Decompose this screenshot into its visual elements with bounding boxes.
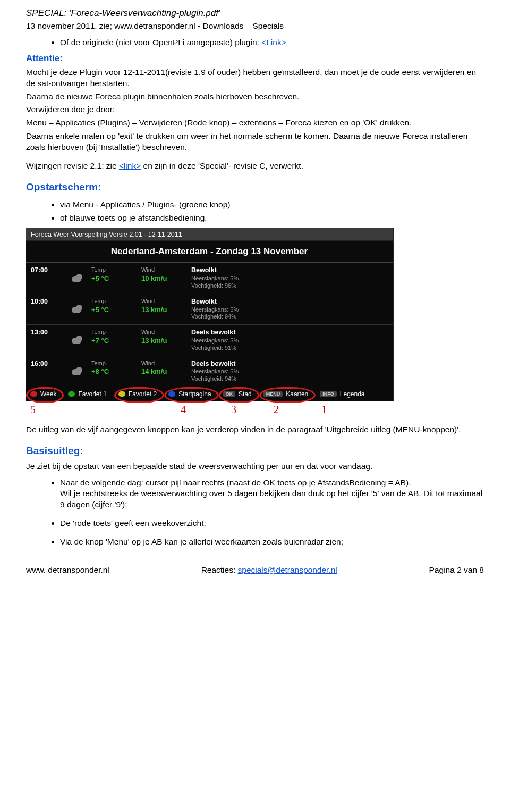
scr-desc-s2: Vochtigheid: 96% (191, 282, 387, 290)
info-key-icon: INFO (320, 391, 337, 397)
attentie-p1b: Daarna de nieuwe Foreca plugin binnenhal… (26, 91, 484, 103)
basis-b1a: Naar de volgende dag: cursor pijl naar r… (60, 478, 411, 487)
scr-row: 16:00 Temp +8 °C Wind 14 km/u Deels bewo… (26, 356, 393, 387)
blue-button-label: Startpagina (178, 390, 211, 398)
foreca-screenshot: Foreca Weer Voorspelling Versie 2.01 - 1… (26, 228, 394, 402)
temp-label: Temp (91, 266, 141, 274)
footer-react: Reacties: specials@detransponder.nl (201, 565, 337, 576)
temp-value: +8 °C (91, 367, 141, 376)
wind-value: 13 km/u (141, 305, 191, 315)
scr-row: 07:00 Temp +5 °C Wind 10 km/u Bewolkt Ne… (26, 263, 393, 294)
scr-temp-col: Temp +7 °C (91, 328, 141, 351)
attentie-block: Attentie: Mocht je deze Plugin voor 12-1… (26, 53, 484, 172)
attentie-p3b: en zijn in deze 'Special'- revisie C, ve… (143, 161, 303, 170)
scr-row: 10:00 Temp +5 °C Wind 13 km/u Bewolkt Ne… (26, 294, 393, 325)
hand-5: 5 (30, 403, 65, 417)
red-dot-icon (30, 391, 37, 397)
attentie-p2a: Verwijderen doe je door: (26, 104, 484, 115)
cloud-icon (64, 266, 91, 289)
ok-key-icon: OK (223, 391, 236, 397)
scr-desc-title: Deels bewolkt (191, 328, 387, 337)
scr-row: 13:00 Temp +7 °C Wind 13 km/u Deels bewo… (26, 325, 393, 356)
revisie-link[interactable]: <link> (119, 161, 141, 170)
wind-value: 13 km/u (141, 336, 191, 346)
scr-desc-s1: Neerslagkans: 5% (191, 337, 387, 345)
opstart-bullets: via Menu - Applicaties / Plugins- (groen… (26, 199, 484, 224)
footer-email-link[interactable]: specials@detransponder.nl (238, 565, 337, 574)
temp-label: Temp (91, 297, 141, 305)
scr-wind-col: Wind 14 km/u (141, 359, 191, 383)
scr-desc-title: Bewolkt (191, 266, 387, 275)
basis-heading: Basisuitleg: (26, 444, 484, 458)
opstart-b1: via Menu - Applicaties / Plugins- (groen… (60, 199, 484, 211)
menu-button-label: Kaarten (286, 390, 308, 398)
opstart-b2: of blauwe toets op je afstandsbediening. (60, 213, 484, 224)
green-button[interactable]: Favoriet 1 (68, 390, 106, 398)
yellow-dot-icon (118, 391, 125, 397)
scr-desc: Deels bewolkt Neerslagkans: 5% Vochtighe… (191, 359, 393, 383)
red-button[interactable]: Week (30, 390, 56, 398)
menu-key-icon: MENU (264, 391, 283, 397)
temp-value: +5 °C (91, 305, 141, 315)
scr-desc-s1: Neerslagkans: 5% (191, 368, 387, 375)
scr-temp-col: Temp +5 °C (91, 266, 141, 289)
opstart-heading: Opstartscherm: (26, 180, 484, 194)
scr-desc-s2: Vochtigheid: 94% (191, 313, 387, 321)
attentie-label: Attentie: (26, 53, 63, 63)
after-scr-text: De uitleg van de vijf aangegeven knoppen… (26, 424, 484, 436)
temp-value: +5 °C (91, 274, 141, 283)
scr-temp-col: Temp +8 °C (91, 359, 141, 383)
cloud-icon (64, 359, 91, 383)
basis-intro: Je ziet bij de opstart van een bepaalde … (26, 461, 484, 472)
scr-desc-s1: Neerslagkans: 5% (191, 275, 387, 282)
info-button-label: Legenda (340, 390, 365, 398)
temp-label: Temp (91, 328, 141, 336)
basis-b3: Via de knop 'Menu' op je AB kan je aller… (60, 537, 484, 548)
attentie-p2b: Menu – Applicaties (Plugins) – Verwijder… (26, 118, 484, 129)
basis-b1: Naar de volgende dag: cursor pijl naar r… (60, 478, 484, 511)
wind-value: 14 km/u (141, 367, 191, 376)
page-footer: www. detransponder.nl Reacties: specials… (26, 565, 484, 576)
ok-button-label: Stad (239, 390, 252, 398)
scr-hour: 13:00 (26, 328, 64, 351)
attentie-p1a: Mocht je deze Plugin voor 12-11-2011(rev… (26, 67, 484, 89)
wind-label: Wind (141, 266, 191, 274)
info-button[interactable]: INFO Legenda (320, 390, 364, 398)
scr-wind-col: Wind 13 km/u (141, 297, 191, 321)
hand-1: 1 (279, 403, 327, 417)
footer-page: Pagina 2 van 8 (429, 565, 484, 576)
scr-hour: 16:00 (26, 359, 64, 383)
menu-button[interactable]: MENU Kaarten (264, 390, 309, 398)
hand-3: 3 (186, 403, 236, 417)
scr-desc-title: Deels bewolkt (191, 359, 387, 369)
intro-text: Of de originele (niet voor OpenPLi aange… (60, 38, 261, 47)
scr-desc: Deels bewolkt Neerslagkans: 5% Vochtighe… (191, 328, 393, 351)
scr-desc-title: Bewolkt (191, 297, 387, 306)
temp-value: +7 °C (91, 336, 141, 346)
yellow-button[interactable]: Favoriet 2 (118, 390, 157, 398)
blue-button[interactable]: Startpagina (168, 390, 211, 398)
scr-button-bar: Week Favoriet 1 Favoriet 2 Startpagina O… (26, 387, 393, 401)
cloud-icon (64, 297, 91, 321)
wind-label: Wind (141, 328, 191, 336)
wind-label: Wind (141, 297, 191, 305)
footer-site: www. detransponder.nl (26, 565, 109, 576)
basis-b1b: Wil je rechtstreeks de weersverwachting … (60, 489, 482, 509)
plugin-link[interactable]: <Link> (261, 38, 286, 47)
scr-desc-s2: Vochtigheid: 94% (191, 375, 387, 383)
doc-subtitle: 13 november 2011, zie; www.detransponder… (26, 21, 484, 32)
basis-bullets-2: De 'rode toets' geeft een weekoverzicht; (26, 518, 484, 529)
scr-temp-col: Temp +5 °C (91, 297, 141, 321)
scr-hour: 07:00 (26, 266, 64, 289)
basis-bullets: Naar de volgende dag: cursor pijl naar r… (26, 478, 484, 511)
scr-hour: 10:00 (26, 297, 64, 321)
wind-value: 10 km/u (141, 274, 191, 283)
hand-annotations: 5 4 3 2 1 (26, 403, 397, 417)
hand-4: 4 (65, 403, 186, 417)
red-button-label: Week (40, 390, 56, 398)
scr-desc: Bewolkt Neerslagkans: 5% Vochtigheid: 94… (191, 297, 393, 321)
attentie-p3a: Wijzingen revisie 2.1: zie (26, 161, 119, 170)
basis-b2: De 'rode toets' geeft een weekoverzicht; (60, 518, 484, 529)
ok-button[interactable]: OK Stad (223, 390, 252, 398)
wind-label: Wind (141, 359, 191, 367)
